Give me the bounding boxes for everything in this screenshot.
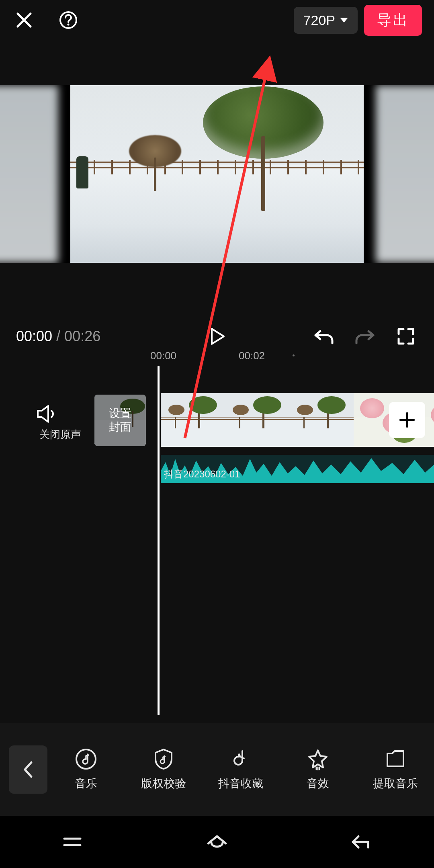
tool-copyright[interactable]: 版权校验 (125, 748, 202, 791)
resolution-select[interactable]: 720P (294, 7, 358, 34)
mute-label: 关闭原声 (36, 428, 84, 442)
nav-back-button[interactable] (338, 830, 386, 854)
home-icon (206, 833, 228, 851)
tool-label: 版权校验 (141, 776, 186, 791)
play-button[interactable] (205, 324, 229, 348)
speaker-icon (36, 404, 59, 424)
system-nav-bar (0, 816, 434, 868)
plus-icon (398, 411, 416, 429)
music-icon (75, 748, 97, 770)
nav-home-button[interactable] (193, 830, 241, 854)
fullscreen-button[interactable] (394, 324, 418, 348)
tool-label: 抖音收藏 (218, 776, 263, 791)
time-separator: / (56, 328, 60, 345)
audio-clip-name: 抖音20230602-01 (164, 468, 240, 481)
redo-button[interactable] (353, 324, 377, 348)
video-editor-screen: 720P 导出 00:00 / 00:26 (0, 0, 434, 868)
douyin-fav-icon (229, 748, 252, 770)
svg-point-1 (67, 23, 69, 25)
tool-music[interactable]: 音乐 (47, 748, 125, 791)
export-button[interactable]: 导出 (364, 5, 422, 36)
copyright-icon (152, 748, 175, 770)
tool-label: 音乐 (75, 776, 97, 791)
extract-music-icon (384, 748, 407, 770)
cover-label: 设置 封面 (109, 407, 131, 434)
preview-frame (70, 85, 364, 263)
ruler-mark-2: 00:02 (239, 350, 265, 362)
playhead[interactable] (158, 366, 160, 715)
sound-fx-icon (307, 748, 329, 770)
mute-original-audio[interactable]: 关闭原声 (36, 404, 84, 442)
clip-frame (225, 393, 289, 447)
export-label: 导出 (377, 12, 409, 28)
clip-frame (289, 393, 354, 447)
tool-label: 音效 (307, 776, 329, 791)
bottom-toolbar: 音乐 版权校验 抖音收藏 音效 提取音乐 (0, 723, 434, 816)
close-button[interactable] (12, 8, 36, 32)
ruler-tick (293, 354, 295, 356)
undo-button[interactable] (312, 324, 336, 348)
tool-extract-music[interactable]: 提取音乐 (357, 748, 434, 791)
tool-label: 提取音乐 (373, 776, 418, 791)
video-preview[interactable] (0, 85, 434, 263)
toolbar-back-button[interactable] (9, 745, 47, 794)
clip-frame (161, 393, 225, 447)
chevron-left-icon (23, 761, 34, 778)
timeline-ruler[interactable]: 00:00 00:02 (0, 350, 434, 366)
total-time: 00:26 (64, 328, 100, 345)
preview-blur-right (376, 85, 434, 263)
back-icon (350, 834, 373, 850)
tool-douyin-fav[interactable]: 抖音收藏 (202, 748, 279, 791)
timeline[interactable]: 关闭原声 设置 封面 (0, 370, 434, 723)
chevron-down-icon (340, 18, 348, 23)
nav-recent-button[interactable] (48, 830, 96, 854)
set-cover-button[interactable]: 设置 封面 (94, 395, 146, 446)
ruler-mark-0: 00:00 (150, 350, 176, 362)
menu-icon (62, 835, 83, 849)
preview-blur-left (0, 85, 58, 263)
audio-track[interactable]: 抖音20230602-01 (161, 455, 434, 483)
playback-controls: 00:00 / 00:26 (0, 318, 434, 354)
resolution-label: 720P (303, 12, 335, 28)
add-clip-button[interactable] (389, 402, 425, 438)
current-time: 00:00 (16, 328, 52, 345)
help-button[interactable] (56, 8, 80, 32)
top-bar: 720P 导出 (0, 0, 434, 40)
tool-sound-fx[interactable]: 音效 (279, 748, 356, 791)
